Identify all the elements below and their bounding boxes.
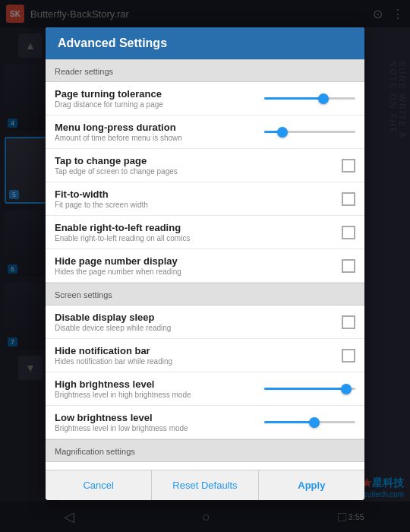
setting-desc-low-brightness: Brightness level in low brightness mode [55, 424, 258, 432]
setting-label-rtl: Enable right-to-left reading [55, 222, 336, 233]
section-screen-label: Screen settings [55, 290, 112, 299]
setting-desc-tap-change: Tap edge of screen to change pages [55, 167, 336, 176]
setting-desc-high-brightness: Brightness level in high brightness mode [55, 391, 258, 399]
dialog-footer: Cancel Reset Defaults Apply [46, 470, 364, 500]
slider-high-brightness[interactable] [264, 382, 355, 397]
checkbox-disable-sleep[interactable] [342, 315, 355, 329]
slider-menu-longpress[interactable] [264, 125, 355, 140]
setting-label-low-brightness: Low brightness level [55, 412, 258, 423]
setting-label-tap-change: Tap to change page [55, 155, 336, 166]
section-magnification: Magnification settings [46, 439, 364, 462]
setting-desc-page-turning: Drag distance for turning a page [55, 100, 258, 109]
apply-button[interactable]: Apply [259, 470, 364, 500]
checkbox-rtl[interactable] [342, 226, 355, 239]
section-reader-label: Reader settings [55, 67, 113, 76]
checkbox-hide-page-num[interactable] [342, 259, 355, 273]
setting-tap-change-page: Tap to change page Tap edge of screen to… [46, 149, 364, 182]
advanced-settings-dialog: Advanced Settings Reader settings Page t… [46, 27, 364, 500]
setting-label-magnify-window: Magnify window size [55, 468, 258, 470]
dialog-overlay: Advanced Settings Reader settings Page t… [0, 0, 410, 532]
setting-label-hide-notif: Hide notification bar [55, 345, 336, 356]
setting-label-disable-sleep: Disable display sleep [55, 312, 336, 323]
section-screen: Screen settings [46, 283, 364, 306]
section-reader: Reader settings [46, 59, 364, 82]
section-magnification-label: Magnification settings [55, 447, 135, 456]
setting-menu-longpress: Menu long-press duration Amount of time … [46, 116, 364, 149]
slider-page-turning[interactable] [264, 91, 355, 106]
setting-desc-disable-sleep: Disable device sleep while reading [55, 324, 336, 332]
setting-hide-page-num: Hide page number display Hides the page … [46, 249, 364, 283]
slider-low-brightness[interactable] [264, 415, 355, 430]
dialog-title: Advanced Settings [58, 36, 352, 50]
setting-magnify-window: Magnify window size Size of the magnific… [46, 462, 364, 470]
setting-page-turning-tolerance: Page turning tolerance Drag distance for… [46, 82, 364, 116]
setting-disable-sleep: Disable display sleep Disable device sle… [46, 306, 364, 339]
checkbox-hide-notif[interactable] [342, 349, 355, 363]
setting-low-brightness: Low brightness level Brightness level in… [46, 406, 364, 439]
setting-rtl: Enable right-to-left reading Enable righ… [46, 216, 364, 249]
setting-high-brightness: High brightness level Brightness level i… [46, 372, 364, 406]
checkbox-tap-change[interactable] [342, 159, 355, 173]
setting-label-page-turning: Page turning tolerance [55, 88, 258, 100]
setting-label-hide-page-num: Hide page number display [55, 255, 336, 267]
checkbox-fit-width[interactable] [342, 192, 355, 206]
setting-label-high-brightness: High brightness level [55, 378, 258, 390]
setting-hide-notif: Hide notification bar Hides notification… [46, 339, 364, 372]
setting-desc-fit-width: Fit page to the screen width [55, 201, 336, 209]
setting-fit-width: Fit-to-width Fit page to the screen widt… [46, 182, 364, 216]
setting-label-fit-width: Fit-to-width [55, 188, 336, 200]
reset-defaults-button[interactable]: Reset Defaults [152, 470, 258, 500]
setting-label-menu-longpress: Menu long-press duration [55, 122, 258, 133]
setting-desc-hide-page-num: Hides the page number when reading [55, 268, 336, 276]
dialog-body[interactable]: Reader settings Page turning tolerance D… [46, 59, 364, 470]
setting-desc-hide-notif: Hides notification bar while reading [55, 357, 336, 366]
setting-desc-rtl: Enable right-to-left reading on all comi… [55, 234, 336, 242]
cancel-button[interactable]: Cancel [46, 470, 152, 500]
setting-desc-menu-longpress: Amount of time before menu is shown [55, 134, 258, 142]
dialog-header: Advanced Settings [46, 27, 364, 59]
